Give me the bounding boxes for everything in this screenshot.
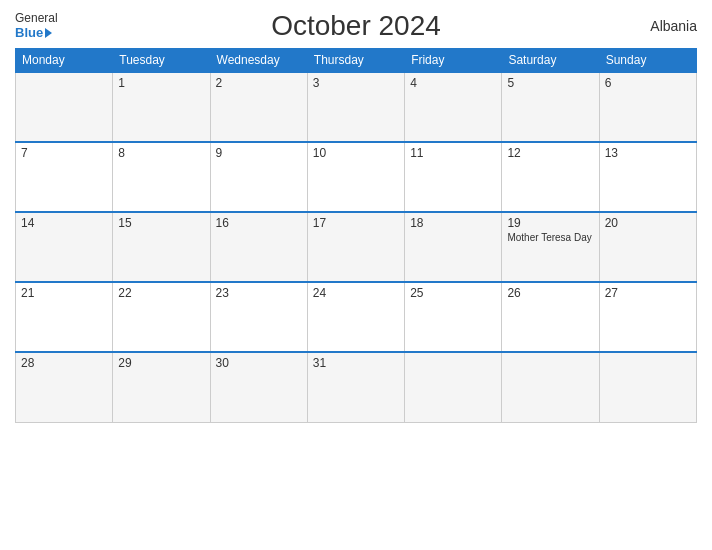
calendar-day-cell: 3 <box>307 72 404 142</box>
calendar-day-cell: 29 <box>113 352 210 422</box>
weekday-header-row: Monday Tuesday Wednesday Thursday Friday… <box>16 49 697 73</box>
calendar-day-cell: 27 <box>599 282 696 352</box>
day-number: 19 <box>507 216 593 230</box>
day-number: 30 <box>216 356 302 370</box>
calendar-day-cell: 1 <box>113 72 210 142</box>
header-friday: Friday <box>405 49 502 73</box>
calendar-day-cell: 16 <box>210 212 307 282</box>
calendar-day-cell <box>599 352 696 422</box>
calendar-week-row: 28293031 <box>16 352 697 422</box>
calendar-day-cell: 22 <box>113 282 210 352</box>
day-number: 27 <box>605 286 691 300</box>
header-monday: Monday <box>16 49 113 73</box>
day-number: 13 <box>605 146 691 160</box>
calendar-day-cell: 31 <box>307 352 404 422</box>
day-number: 29 <box>118 356 204 370</box>
event-label: Mother Teresa Day <box>507 232 593 243</box>
day-number: 22 <box>118 286 204 300</box>
calendar-day-cell: 4 <box>405 72 502 142</box>
day-number: 7 <box>21 146 107 160</box>
calendar-day-cell: 24 <box>307 282 404 352</box>
calendar-day-cell: 13 <box>599 142 696 212</box>
logo-triangle-icon <box>45 28 52 38</box>
calendar-day-cell: 11 <box>405 142 502 212</box>
calendar-day-cell: 20 <box>599 212 696 282</box>
day-number: 26 <box>507 286 593 300</box>
day-number: 2 <box>216 76 302 90</box>
day-number: 1 <box>118 76 204 90</box>
logo-blue-text: Blue <box>15 25 52 41</box>
header-saturday: Saturday <box>502 49 599 73</box>
calendar-wrapper: General Blue October 2024 Albania Monday… <box>0 0 712 550</box>
calendar-day-cell: 30 <box>210 352 307 422</box>
day-number: 18 <box>410 216 496 230</box>
calendar-day-cell: 12 <box>502 142 599 212</box>
calendar-week-row: 21222324252627 <box>16 282 697 352</box>
calendar-day-cell: 28 <box>16 352 113 422</box>
calendar-day-cell: 6 <box>599 72 696 142</box>
calendar-day-cell: 2 <box>210 72 307 142</box>
calendar-day-cell: 19Mother Teresa Day <box>502 212 599 282</box>
calendar-week-row: 123456 <box>16 72 697 142</box>
calendar-day-cell: 26 <box>502 282 599 352</box>
calendar-table: Monday Tuesday Wednesday Thursday Friday… <box>15 48 697 423</box>
day-number: 21 <box>21 286 107 300</box>
header-sunday: Sunday <box>599 49 696 73</box>
day-number: 11 <box>410 146 496 160</box>
calendar-week-row: 78910111213 <box>16 142 697 212</box>
calendar-day-cell: 21 <box>16 282 113 352</box>
day-number: 14 <box>21 216 107 230</box>
calendar-day-cell: 17 <box>307 212 404 282</box>
header-wednesday: Wednesday <box>210 49 307 73</box>
header-tuesday: Tuesday <box>113 49 210 73</box>
header-thursday: Thursday <box>307 49 404 73</box>
country-label: Albania <box>650 18 697 34</box>
day-number: 31 <box>313 356 399 370</box>
calendar-day-cell: 25 <box>405 282 502 352</box>
day-number: 23 <box>216 286 302 300</box>
calendar-day-cell: 10 <box>307 142 404 212</box>
day-number: 24 <box>313 286 399 300</box>
calendar-day-cell <box>16 72 113 142</box>
day-number: 6 <box>605 76 691 90</box>
logo-general-text: General <box>15 11 58 25</box>
calendar-day-cell: 18 <box>405 212 502 282</box>
day-number: 17 <box>313 216 399 230</box>
day-number: 25 <box>410 286 496 300</box>
calendar-day-cell: 9 <box>210 142 307 212</box>
calendar-title: October 2024 <box>271 10 441 42</box>
day-number: 16 <box>216 216 302 230</box>
logo: General Blue <box>15 11 58 41</box>
calendar-day-cell: 15 <box>113 212 210 282</box>
calendar-header: General Blue October 2024 Albania <box>15 10 697 42</box>
calendar-day-cell: 5 <box>502 72 599 142</box>
day-number: 28 <box>21 356 107 370</box>
calendar-day-cell: 23 <box>210 282 307 352</box>
day-number: 4 <box>410 76 496 90</box>
calendar-week-row: 141516171819Mother Teresa Day20 <box>16 212 697 282</box>
calendar-day-cell <box>502 352 599 422</box>
day-number: 9 <box>216 146 302 160</box>
day-number: 15 <box>118 216 204 230</box>
calendar-day-cell <box>405 352 502 422</box>
day-number: 8 <box>118 146 204 160</box>
day-number: 10 <box>313 146 399 160</box>
day-number: 12 <box>507 146 593 160</box>
calendar-day-cell: 7 <box>16 142 113 212</box>
day-number: 20 <box>605 216 691 230</box>
calendar-day-cell: 8 <box>113 142 210 212</box>
day-number: 3 <box>313 76 399 90</box>
day-number: 5 <box>507 76 593 90</box>
calendar-day-cell: 14 <box>16 212 113 282</box>
